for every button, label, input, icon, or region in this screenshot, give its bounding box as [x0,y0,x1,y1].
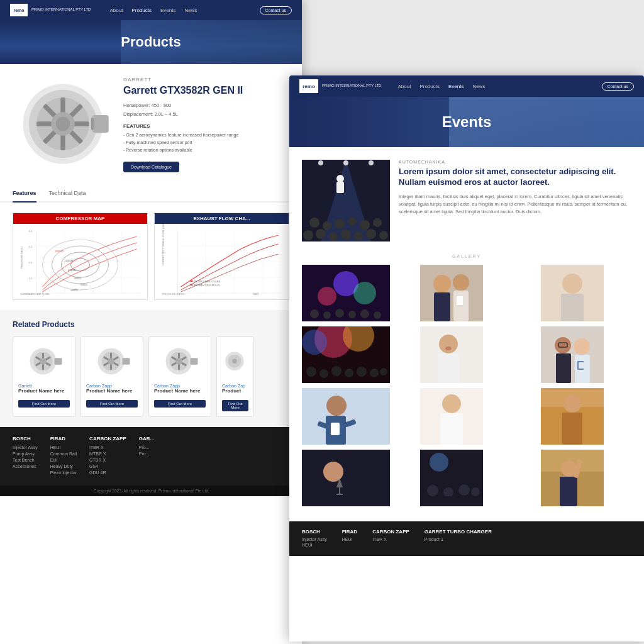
svg-text:MATI...: MATI... [253,292,262,296]
events-logo: remo PRIMO INTERNATIONAL PTY LTD [299,79,381,93]
event-content: AUTOMECHANIKA Lorem ipsum dolor sit amet… [399,160,631,242]
footer-link[interactable]: Injector Assy [13,445,38,450]
svg-rect-122 [453,291,469,321]
svg-text:3.0: 3.0 [29,230,33,233]
tab-technical[interactable]: Technical Data [49,185,86,203]
nav-products[interactable]: Products [131,8,152,13]
events-footer-link[interactable]: Injector Assy [302,537,327,541]
footer-link[interactable]: Test Bench [13,458,38,462]
svg-point-136 [370,369,379,377]
svg-point-143 [555,337,571,353]
svg-rect-60 [42,364,44,370]
events-footer-link[interactable]: ITBR X [372,537,409,541]
footer-link[interactable]: GS4 [89,464,126,469]
svg-point-73 [108,358,114,365]
svg-rect-166 [339,487,340,494]
svg-rect-162 [562,413,582,445]
svg-rect-126 [561,294,584,321]
svg-text:1.5: 1.5 [29,277,33,280]
products-contact-btn[interactable]: Contact us [260,6,292,14]
svg-point-103 [366,229,376,239]
products-hero: Products [0,20,302,64]
svg-point-135 [357,367,367,377]
svg-text:PRESSURE RATIO: PRESSURE RATIO [20,247,23,269]
svg-point-137 [380,368,387,375]
footer-link[interactable]: Pro... [139,445,154,450]
svg-point-116 [360,309,369,318]
svg-point-173 [471,487,480,496]
related-card-2: Carbon Zapp Product Name here Find Out M… [148,336,211,417]
footer-link[interactable]: GTBR X [89,458,126,462]
events-footer-link[interactable]: Product 1 [425,537,492,541]
find-out-btn-1[interactable]: Find Out More [86,400,138,408]
svg-point-92 [309,218,319,228]
footer-link[interactable]: EUI [50,458,77,462]
events-nav-news[interactable]: News [472,84,485,89]
svg-point-117 [374,311,381,319]
footer-link[interactable]: Pro... [139,452,154,456]
products-footer: BOSCH Injector Assy Pump Assy Test Bench… [0,427,302,486]
footer-link[interactable]: HEUI [50,445,77,450]
related-brand-3: Carbon Zap [222,384,248,388]
footer-link[interactable]: MTBR X [89,452,126,456]
nav-about[interactable]: About [109,8,123,13]
svg-text:PRESSURE RATIO: PRESSURE RATIO [162,292,184,296]
footer-link[interactable]: Heavy Duty [50,464,77,469]
svg-point-99 [316,229,326,239]
events-nav: remo PRIMO INTERNATIONAL PTY LTD About P… [289,75,644,97]
find-out-btn-0[interactable]: Find Out More [18,400,70,408]
footer-link[interactable]: ITBR X [89,445,126,450]
nav-news[interactable]: News [184,8,197,13]
gallery-item-man-raising [513,450,631,509]
svg-text:2.5: 2.5 [29,245,33,248]
find-out-btn-3[interactable]: Find Out More [222,400,248,411]
svg-text:165000: 165000 [55,250,64,253]
svg-text:1.0: 1.0 [29,292,33,296]
svg-text:BA 1.BX V BANU 0.5V A B: BA 1.BX V BANU 0.5V A B [194,280,221,283]
events-footer-link[interactable]: HEUI [302,543,327,547]
tab-features[interactable]: Features [13,185,36,203]
events-nav-about[interactable]: About [397,84,411,89]
svg-rect-80 [178,364,180,370]
event-label: AUTOMECHANIKA [399,160,631,164]
svg-point-130 [302,330,327,355]
download-catalogue-btn[interactable]: Download Catalogue [123,162,179,172]
products-logo: remo PRIMO INTERNATIONAL PTY LTD [10,4,91,16]
svg-point-94 [335,219,345,229]
svg-rect-14 [91,118,95,130]
footer-link[interactable]: Piezo Injector [50,470,77,475]
events-contact-btn[interactable]: Contact us [602,82,634,91]
svg-rect-140 [438,353,460,383]
related-card-3: Carbon Zap Product Find Out More [216,336,254,417]
find-out-btn-2[interactable]: Find Out More [154,400,206,408]
events-nav-products[interactable]: Products [419,84,440,89]
svg-point-125 [562,274,582,294]
svg-rect-163 [302,450,390,506]
charts-section: COMPRESSOR MAP [0,203,302,310]
svg-text:133000: 133000 [68,269,77,272]
event-desc: Integer diam mauris, facilisis duis aliq… [399,193,631,216]
svg-rect-120 [434,292,450,321]
footer-link[interactable]: Common Rail [50,452,77,456]
svg-point-151 [326,396,347,416]
svg-rect-153 [331,423,340,435]
svg-point-170 [427,485,438,496]
event-title: Lorem ipsum dolor sit amet, consectetur … [399,167,631,188]
gallery-item-man-glasses-woman [513,326,631,386]
footer-link[interactable]: Pump Assy [13,452,38,456]
nav-events[interactable]: Events [160,8,175,13]
footer-link[interactable]: Accessories [13,464,38,469]
svg-point-97 [373,218,382,227]
gallery-item-woman-speaking [392,326,511,386]
events-hero-title: Events [442,113,492,131]
footer-cols: BOSCH Injector Assy Pump Assy Test Bench… [13,436,289,477]
svg-point-87 [232,358,236,363]
events-footer-link[interactable]: HEUI [342,537,357,541]
events-nav-events[interactable]: Events [448,84,464,89]
footer-link[interactable]: GDU 4R [89,470,126,475]
svg-rect-13 [92,115,109,133]
svg-text:AA ITBA V T25 G 4N S 4V: AA ITBA V T25 G 4N S 4V [194,284,221,287]
product-specs: Horsepower: 450 - 900 Displacement: 2.0L… [123,101,289,118]
features-list: - Gen 2 aerodynamics feature increased h… [123,131,289,154]
svg-rect-158 [440,413,463,445]
